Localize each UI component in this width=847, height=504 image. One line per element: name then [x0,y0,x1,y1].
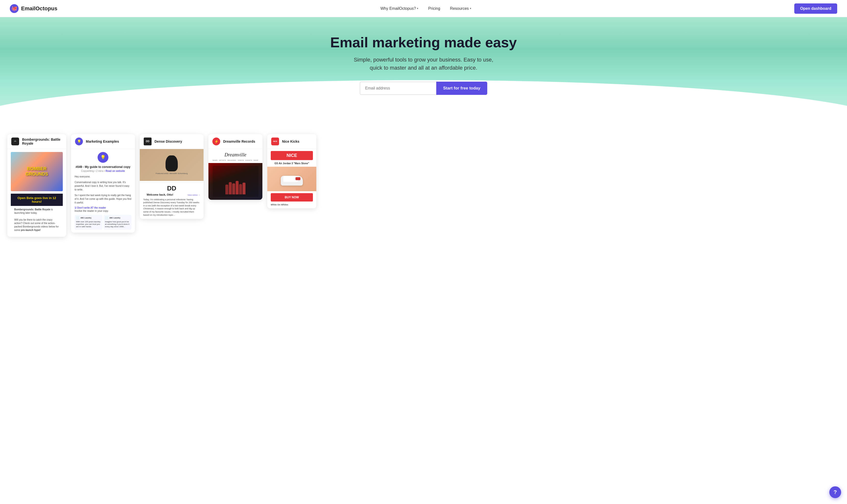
tweet-2: ABC Laundry Imagine how good you'd be at… [104,215,131,230]
card-bombergrounds-body: BOMBERGROUNDS Open Beta goes live in 12 … [7,149,66,237]
logo[interactable]: 🐙 EmailOctopus [10,4,57,13]
bombergrounds-game-image: BOMBERGROUNDS [11,152,63,191]
nav-resources[interactable]: Resources ▾ [446,4,475,13]
nicekicks-buy-button[interactable]: BUY NOW [271,193,313,201]
hero-heading: Email marketing made easy [5,34,842,51]
dense-welcome: Welcome back, Otto! [143,193,177,197]
card-marketing-body: 💡 #049 - My guide to conversational copy… [71,149,135,233]
marketing-greeting: Hey everyone. [74,175,131,178]
card-bombergrounds-header: 🎮 Bombergrounds: Battle Royale [7,134,66,149]
card-nicekicks-header: NICE Nice Kicks [267,134,316,149]
chevron-down-icon: ▾ [417,7,418,10]
card-dense-body: Featured artist: Meredith Schomburg DD W… [140,149,204,219]
marketing-episode: #049 - My guide to conversational copy [74,165,131,169]
navbar: 🐙 EmailOctopus Why EmailOctopus? ▾ Prici… [0,0,847,17]
dreamville-brand-text: Dreamville [209,149,262,160]
email-input[interactable] [360,82,436,95]
card-dreamville: ⚡ Dreamville Records Dreamville NEWS ART… [209,134,262,200]
bombergrounds-footer-text: Bombergrounds: Battle Royale is launchin… [11,206,63,234]
nicekicks-logo: NICE [271,138,279,145]
card-nicekicks: NICE Nice Kicks NICE GS Air Jordan 3 "Ma… [267,134,316,209]
figure-silhouette [165,156,178,172]
dreamville-logo: ⚡ [212,138,220,145]
start-free-button[interactable]: Start for free today [436,82,487,95]
nicekicks-brand-label: NICE [271,151,313,160]
group-photo [213,166,259,197]
card-marketing-header: 💡 Marketing Examples [71,134,135,149]
marketing-body2: So I spent the last week trying to reall… [74,193,131,204]
marketing-link-sub: Involve the reader in your copy. [74,209,131,213]
bombergrounds-logo: 🎮 [11,138,19,145]
card-bombergrounds: 🎮 Bombergrounds: Battle Royale BOMBERGRO… [7,134,66,237]
card-dense-title-text: Dense Discovery [155,140,182,143]
dreamville-nav: NEWS ARTISTS RELEASES VIDEOS EVENTS SHOP [209,160,262,163]
marketing-tweets: ABC Laundry With over 100 years laundry … [74,215,131,230]
nicekicks-secondary-label: White On Whites [267,203,316,209]
marketing-link: 1/ Don't write AT the reader [74,206,131,209]
email-examples-section: 🎮 Bombergrounds: Battle Royale BOMBERGRO… [0,124,847,247]
nav-links: Why EmailOctopus? ▾ Pricing Resources ▾ [376,4,475,13]
card-nicekicks-title-text: Nice Kicks [282,140,299,143]
card-marketing-examples: 💡 Marketing Examples 💡 #049 - My guide t… [71,134,135,233]
marketing-icon: 💡 [98,152,108,163]
tweet-1: ABC Laundry With over 100 years laundry … [74,215,103,230]
dense-body-text: Today, I'm celebrating a personal milest… [140,198,204,219]
featured-artist-label: Featured artist: Meredith Schomburg [156,172,188,175]
octopus-logo-icon: 🐙 [10,4,19,13]
nav-pricing[interactable]: Pricing [424,4,444,13]
hero-section: Email marketing made easy Simple, powerf… [0,17,847,124]
nicekicks-product-title: GS Air Jordan 3 "Mars Stone" [267,162,316,167]
card-bombergrounds-title: Bombergrounds: Battle Royale [22,138,62,145]
dense-discovery-logo-big: DD [140,182,204,193]
nicekicks-shoe-image [267,167,316,191]
card-dreamville-body: Dreamville NEWS ARTISTS RELEASES VIDEOS … [209,149,262,200]
marketing-examples-logo: 💡 [75,138,83,145]
nav-why[interactable]: Why EmailOctopus? ▾ [376,4,422,13]
marketing-meta: Copywriting • 2 mins • Read on website [74,169,131,172]
card-dense-discovery: DD Dense Discovery Featured artist: Mere… [140,134,204,219]
dense-discovery-logo: DD [144,138,152,145]
brand-name: EmailOctopus [21,5,57,12]
shoe-icon [281,172,303,185]
svg-text:🐙: 🐙 [11,5,17,11]
dreamville-image [209,163,262,200]
marketing-body1: Conversational copy is writing how you t… [74,180,131,192]
abc-laundry-logo-1 [76,216,80,220]
hero-form: Start for free today [360,82,487,95]
card-nicekicks-body: NICE GS Air Jordan 3 "Mars Stone" BUY NO… [267,151,316,209]
dense-discovery-art: Featured artist: Meredith Schomburg [140,149,204,181]
view-online-link: View online → [188,194,200,196]
abc-laundry-logo-2 [105,216,108,220]
bombergrounds-footer-dark: Open Beta goes live in 12 hours! [11,194,63,206]
hero-subheading: Simple, powerful tools to grow your busi… [350,56,497,72]
chevron-down-icon-2: ▾ [470,7,471,10]
card-dense-header: DD Dense Discovery [140,134,204,149]
card-dreamville-title-text: Dreamville Records [223,140,255,143]
card-dreamville-header: ⚡ Dreamville Records [209,134,262,149]
card-marketing-title-text: Marketing Examples [86,140,119,143]
open-dashboard-button[interactable]: Open dashboard [794,3,837,14]
